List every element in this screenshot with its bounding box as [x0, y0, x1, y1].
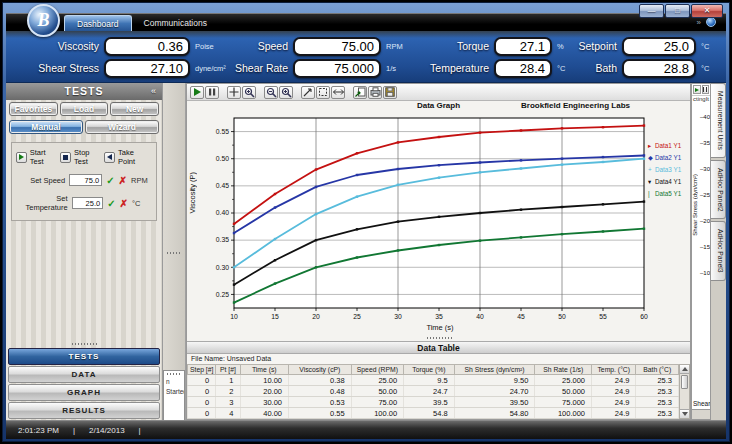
readout-value: 27.10	[104, 59, 190, 78]
status-date: 2/14/2013	[89, 426, 125, 435]
load-button[interactable]: Load	[60, 102, 109, 116]
readout-value: 28.4	[494, 59, 552, 78]
confirm-icon[interactable]: ✓	[107, 198, 115, 209]
legend-item[interactable]: ▾Data4 Y1	[648, 176, 689, 188]
column-header[interactable]: Sh Rate (1/s)	[535, 365, 592, 375]
scroll-down-icon[interactable]	[680, 409, 689, 418]
manual-button[interactable]: Manual	[9, 120, 83, 134]
legend-item[interactable]: |Data5 Y1	[648, 188, 689, 200]
secondary-graph-sliver: ctingIt Shear Stress (dyn/cm²) –40–35–30…	[691, 83, 711, 420]
sidebar-splitter[interactable]	[6, 340, 162, 347]
close-button[interactable]: ✕	[691, 4, 723, 18]
table-row[interactable]: 0110.000.3825.009.59.5025.00024.925.3	[188, 375, 679, 386]
scroll-thumb[interactable]	[681, 375, 688, 389]
tests-sidebar: TESTS « FavoritesLoadNew ManualWizard St…	[6, 83, 163, 420]
trace-icon[interactable]	[301, 86, 315, 99]
table-row[interactable]: 0330.000.5375.0039.539.5075.00024.925.3	[188, 397, 679, 408]
window-controls: — □ ✕	[639, 4, 723, 18]
vertical-splitter[interactable]: n Started	[163, 83, 186, 420]
column-header[interactable]: Bath (°C)	[636, 365, 679, 375]
readout-unit: °C	[557, 64, 570, 73]
pause-icon[interactable]	[702, 85, 710, 94]
minimize-button[interactable]: —	[639, 4, 664, 18]
table-scrollbar[interactable]	[679, 364, 690, 419]
cancel-icon[interactable]: ✗	[120, 198, 128, 209]
tab-adhoc-panel3[interactable]: AdHoc Panel3	[711, 221, 726, 280]
cancel-icon[interactable]: ✗	[119, 175, 127, 186]
data-graph-plot[interactable]: 10152025303540455055600.250.300.350.400.…	[200, 114, 652, 326]
table-row[interactable]: 0220.000.4850.0024.724.7050.00024.925.3	[188, 386, 679, 397]
graph-table-splitter[interactable]	[187, 334, 690, 341]
maximize-button[interactable]: □	[665, 4, 690, 18]
secondary-toolbar	[692, 84, 710, 96]
sidebar-item-results[interactable]: RESULTS	[8, 402, 160, 419]
legend-item[interactable]: ◆Data2 Y1	[648, 152, 689, 164]
readout-label: Setpoint	[570, 40, 617, 52]
tab-communications[interactable]: Communications	[132, 15, 219, 31]
sidebar-item-data[interactable]: DATA	[8, 366, 160, 383]
play-icon[interactable]	[190, 86, 204, 99]
legend-item[interactable]: +Data3 Y1	[648, 164, 689, 176]
confirm-icon[interactable]: ✓	[106, 175, 114, 186]
start-test-button[interactable]: Start Test	[16, 148, 60, 166]
scroll-up-icon[interactable]	[680, 365, 689, 374]
wizard-button[interactable]: Wizard	[85, 120, 159, 134]
pan-icon[interactable]	[331, 86, 345, 99]
new-button[interactable]: New	[110, 102, 159, 116]
table-row[interactable]: 0440.000.55100.0054.854.80100.00024.925.…	[188, 408, 679, 419]
set-temperature-input[interactable]: 25.0	[72, 197, 104, 209]
column-header[interactable]: Viscosity (cP)	[289, 365, 352, 375]
column-header[interactable]: Speed (RPM)	[351, 365, 404, 375]
column-header[interactable]: Step [#]	[188, 365, 216, 375]
take-point-button[interactable]: Take Point	[104, 148, 152, 166]
shear-rate-clipped-label: Shear Ra	[693, 400, 711, 407]
play-icon[interactable]	[693, 85, 701, 94]
crosshair-icon[interactable]	[227, 86, 241, 99]
field-label: Set Speed	[30, 176, 65, 185]
zoom-window-icon[interactable]	[242, 86, 256, 99]
readout-unit: °C	[701, 64, 718, 73]
zoom-out-icon[interactable]	[264, 86, 278, 99]
favorites-button[interactable]: Favorites	[9, 102, 58, 116]
svg-text:0.30: 0.30	[216, 264, 229, 271]
horizontal-scrollbar[interactable]	[692, 409, 710, 419]
library-button-row: FavoritesLoadNew	[6, 100, 162, 118]
table-cell: 25.00	[351, 375, 404, 386]
mode-button-row: ManualWizard	[6, 118, 162, 136]
column-header[interactable]: Temp. (°C)	[592, 365, 636, 375]
dashboard-readouts: Viscosity0.36PoiseSpeed75.00RPMTorque27.…	[6, 31, 726, 83]
field-unit: °C	[132, 199, 151, 208]
table-cell: 0	[188, 375, 216, 386]
splitter-grip-icon	[166, 252, 182, 254]
notification-text: n Started	[166, 378, 185, 395]
table-cell: 25.3	[636, 386, 679, 397]
copy-graph-icon[interactable]	[353, 86, 367, 99]
file-name-label: File Name: Unsaved Data	[187, 354, 690, 364]
sidebar-item-graph[interactable]: GRAPH	[8, 384, 160, 401]
tab-measurement-units[interactable]: Measurement Units	[711, 83, 726, 158]
column-header[interactable]: Sh Stress (dyn/cm²)	[454, 365, 535, 375]
legend-item[interactable]: ▸Data1 Y1	[648, 140, 689, 152]
brookfield-orb-icon[interactable]	[706, 17, 716, 27]
pause-icon[interactable]	[205, 86, 219, 99]
sidebar-title-label: TESTS	[65, 85, 104, 97]
tab-dashboard[interactable]: Dashboard	[64, 15, 132, 31]
table-cell: 0	[188, 408, 216, 419]
print-graph-icon[interactable]	[368, 86, 382, 99]
save-graph-icon[interactable]	[383, 86, 397, 99]
collapse-panel-icon[interactable]: «	[151, 83, 157, 100]
clipped-header-text: ctingIt	[692, 96, 710, 102]
column-header[interactable]: Time (s)	[240, 365, 288, 375]
test-button-label: Stop Test	[74, 148, 104, 166]
stop-test-button[interactable]: Stop Test	[60, 148, 104, 166]
table-cell: 54.8	[404, 408, 455, 419]
svg-text:50: 50	[558, 313, 566, 320]
column-header[interactable]: Torque (%)	[404, 365, 455, 375]
readout-unit: °C	[701, 42, 718, 51]
zoom-in-icon[interactable]	[279, 86, 293, 99]
column-header[interactable]: Pt [#]	[216, 365, 240, 375]
tab-adhoc-panel2[interactable]: AdHoc Panel2	[711, 160, 726, 219]
select-box-icon[interactable]	[316, 86, 330, 99]
set-speed-input[interactable]: 75.0	[69, 174, 102, 186]
sidebar-item-tests[interactable]: TESTS	[8, 348, 160, 365]
